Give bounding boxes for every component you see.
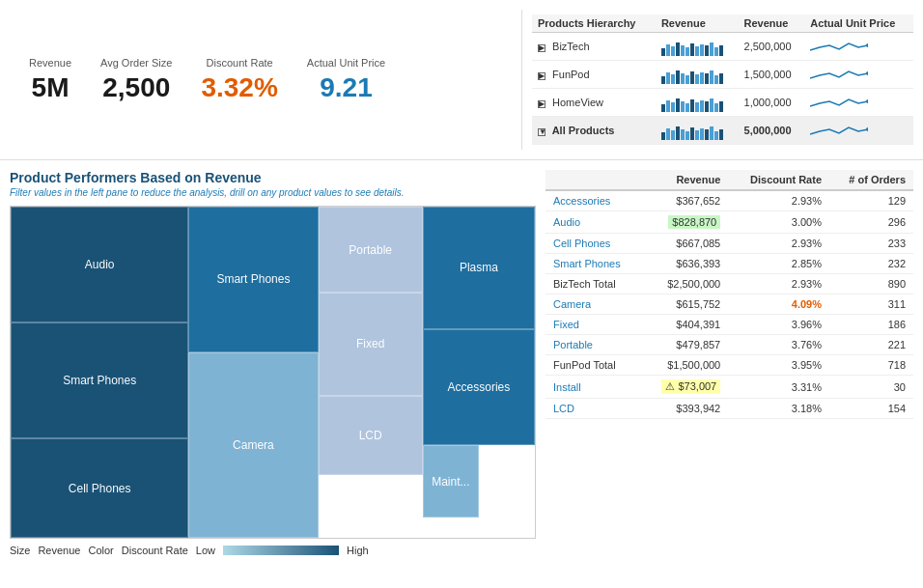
legend-low: Low <box>196 545 215 556</box>
treemap-cell[interactable]: Portable <box>319 207 423 293</box>
hierarchy-sparkline <box>804 33 913 61</box>
data-table-area[interactable]: Revenue Discount Rate # of Orders Access… <box>545 170 913 556</box>
hierarchy-col-price: Actual Unit Price <box>804 14 913 33</box>
legend-high: High <box>347 545 369 556</box>
hierarchy-table: Products Hierarchy Revenue Revenue Actua… <box>532 14 913 145</box>
treemap-cell[interactable]: LCD <box>319 396 423 475</box>
table-row-discount: 3.95% <box>728 355 829 376</box>
table-row-name[interactable]: Portable <box>545 335 642 355</box>
bottom-section: Product Performers Based on Revenue Filt… <box>0 160 923 566</box>
table-row-name: BizTech Total <box>545 274 642 294</box>
kpi-discount-value: 3.32% <box>201 72 277 103</box>
treemap-cell[interactable]: Cell Phones <box>11 438 188 538</box>
table-row-orders: 221 <box>829 335 913 355</box>
treemap-cell[interactable]: Plasma <box>423 207 535 329</box>
table-row-revenue: $404,391 <box>642 315 728 335</box>
legend-gradient <box>223 546 339 555</box>
hierarchy-col-rev1: Revenue <box>656 14 739 33</box>
table-header-discount: Discount Rate <box>728 170 829 190</box>
svg-point-1 <box>866 71 868 75</box>
table-row-name[interactable]: Audio <box>545 211 642 234</box>
table-row-name[interactable]: LCD <box>545 399 642 419</box>
hierarchy-sparkline <box>804 117 913 145</box>
kpi-unit-price-value: 9.21 <box>320 72 373 103</box>
table-row-name[interactable]: Cell Phones <box>545 234 642 254</box>
table-row-name: FunPod Total <box>545 355 642 376</box>
table-row-orders: 129 <box>829 190 913 211</box>
table-header-name <box>545 170 642 190</box>
table-row-revenue: $615,752 <box>642 294 728 315</box>
hierarchy-value: 2,500,000 <box>739 33 805 61</box>
hierarchy-col-name: Products Hierarchy <box>532 14 656 33</box>
hierarchy-name-label: FunPod <box>552 69 590 80</box>
hierarchy-value: 5,000,000 <box>739 117 805 145</box>
treemap-cell[interactable]: Fixed <box>319 293 423 395</box>
hierarchy-name-label: All Products <box>552 125 615 136</box>
kpi-discount: Discount Rate 3.32% <box>201 57 277 103</box>
treemap-cell[interactable]: Smart Phones <box>188 207 318 352</box>
kpi-discount-label: Discount Rate <box>207 57 273 69</box>
treemap-area: Product Performers Based on Revenue Filt… <box>10 170 536 556</box>
table-row-orders: 233 <box>829 234 913 254</box>
table-header-row: Revenue Discount Rate # of Orders <box>545 170 913 190</box>
table-row-revenue: $393,942 <box>642 399 728 419</box>
table-row-discount: 3.00% <box>728 211 829 234</box>
kpi-avg-order-value: 2,500 <box>102 72 170 103</box>
table-header-orders: # of Orders <box>829 170 913 190</box>
treemap-legend: Size Revenue Color Discount Rate Low Hig… <box>10 545 536 556</box>
svg-point-2 <box>866 99 868 103</box>
expand-icon[interactable]: ▼ <box>538 128 545 136</box>
table-row-orders: 296 <box>829 211 913 234</box>
treemap-subtitle: Filter values in the left pane to reduce… <box>10 187 536 198</box>
table-header-revenue: Revenue <box>642 170 728 190</box>
hierarchy-row-name[interactable]: ▶ BizTech <box>532 33 656 61</box>
table-row-name[interactable]: Install <box>545 376 642 399</box>
table-row-name[interactable]: Camera <box>545 294 642 315</box>
highlighted-cell: $828,870 <box>668 215 720 229</box>
treemap-cell[interactable]: Camera <box>188 352 318 538</box>
table-row-name[interactable]: Accessories <box>545 190 642 211</box>
table-row-name[interactable]: Fixed <box>545 315 642 335</box>
treemap-cell[interactable]: Maint... <box>423 445 479 518</box>
hierarchy-area: Products Hierarchy Revenue Revenue Actua… <box>521 10 923 150</box>
kpi-revenue: Revenue 5M <box>29 57 71 103</box>
legend-color-value: Discount Rate <box>122 545 188 556</box>
data-table: Revenue Discount Rate # of Orders Access… <box>545 170 913 419</box>
table-row-revenue: $828,870 <box>642 211 728 234</box>
expand-icon[interactable]: ▶ <box>538 100 545 108</box>
hierarchy-value: 1,000,000 <box>739 89 805 117</box>
hierarchy-name-label: HomeView <box>552 97 603 108</box>
table-row-orders: 311 <box>829 294 913 315</box>
expand-icon[interactable]: ▶ <box>538 72 545 80</box>
treemap-container[interactable]: AudioSmart PhonesCell PhonesSmart Phones… <box>10 206 536 539</box>
treemap-cell[interactable]: Audio <box>11 207 188 322</box>
kpi-revenue-label: Revenue <box>29 57 71 69</box>
table-row-discount: 4.09% <box>728 294 829 315</box>
table-row-orders: 30 <box>829 376 913 399</box>
kpi-area: Revenue 5M Avg Order Size 2,500 Discount… <box>0 10 521 150</box>
table-row-discount: 3.18% <box>728 399 829 419</box>
hierarchy-row-name[interactable]: ▶ FunPod <box>532 61 656 89</box>
table-row-discount: 2.93% <box>728 234 829 254</box>
treemap-cell[interactable]: Smart Phones <box>11 322 188 438</box>
kpi-unit-price-label: Actual Unit Price <box>307 57 385 69</box>
legend-size-value: Revenue <box>38 545 80 556</box>
treemap-cell[interactable]: Accessories <box>423 329 535 445</box>
hierarchy-mini-bars <box>656 61 739 89</box>
treemap-title: Product Performers Based on Revenue <box>10 170 536 185</box>
hierarchy-value: 1,500,000 <box>739 61 805 89</box>
hierarchy-mini-bars <box>656 117 739 145</box>
table-row-discount: 2.93% <box>728 190 829 211</box>
table-row-orders: 718 <box>829 355 913 376</box>
hierarchy-col-rev2: Revenue <box>739 14 805 33</box>
expand-icon[interactable]: ▶ <box>538 44 545 52</box>
table-row-name[interactable]: Smart Phones <box>545 254 642 274</box>
table-row-revenue: $1,500,000 <box>642 355 728 376</box>
svg-point-0 <box>866 43 868 47</box>
kpi-revenue-value: 5M <box>32 72 70 103</box>
hierarchy-row-name[interactable]: ▶ HomeView <box>532 89 656 117</box>
table-row-orders: 890 <box>829 274 913 294</box>
kpi-avg-order-label: Avg Order Size <box>100 57 172 69</box>
hierarchy-mini-bars <box>656 89 739 117</box>
table-row-discount: 2.93% <box>728 274 829 294</box>
